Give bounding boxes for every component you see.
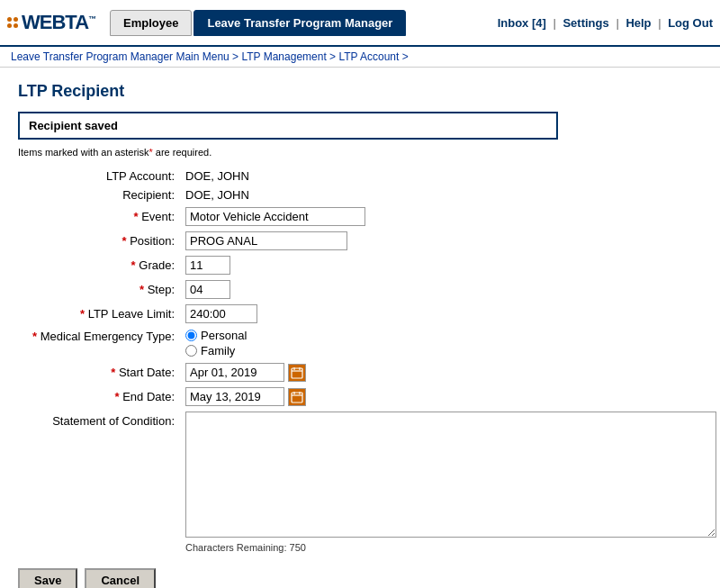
medical-personal-radio[interactable]	[185, 330, 197, 341]
start-date-row: * Start Date:	[27, 360, 720, 384]
medical-emergency-radio-group: Personal Family	[185, 329, 716, 357]
step-label: * Step:	[27, 277, 180, 302]
recipient-label: Recipient:	[27, 185, 180, 204]
end-date-input[interactable]	[185, 387, 284, 406]
success-message: Recipient saved	[18, 112, 558, 140]
statement-label: Statement of Condition:	[27, 409, 180, 556]
logout-link[interactable]: Log Out	[668, 16, 713, 30]
nav-tab-employee[interactable]: Employee	[110, 10, 192, 36]
grade-input[interactable]	[185, 256, 230, 275]
svg-rect-4	[292, 393, 302, 403]
position-input[interactable]	[185, 231, 347, 250]
event-field-cell	[180, 204, 720, 229]
step-row: * Step:	[27, 277, 720, 302]
ltp-account-row: LTP Account: DOE, JOHN	[27, 167, 720, 185]
button-row: Save Cancel	[18, 568, 702, 588]
step-field-cell	[180, 277, 720, 302]
header: WEBTA™ Employee Leave Transfer Program M…	[0, 0, 720, 47]
save-button[interactable]: Save	[18, 568, 77, 588]
statement-row: Statement of Condition: Characters Remai…	[27, 409, 720, 556]
logo-text: WEBTA™	[22, 11, 95, 34]
logo-dots-icon	[7, 17, 18, 28]
grade-field-cell	[180, 253, 720, 277]
event-label: * Event:	[27, 204, 180, 229]
statement-textarea[interactable]	[185, 412, 716, 538]
end-date-field-cell	[180, 384, 720, 409]
end-date-calendar-icon[interactable]	[288, 388, 306, 406]
start-date-calendar-icon[interactable]	[288, 364, 306, 382]
event-input[interactable]	[185, 207, 365, 226]
start-date-wrap	[185, 363, 716, 382]
medical-emergency-options: Personal Family	[180, 326, 720, 360]
breadcrumb: Leave Transfer Program Manager Main Menu…	[0, 47, 720, 68]
ltp-account-label: LTP Account:	[27, 167, 180, 185]
recipient-value: DOE, JOHN	[180, 185, 720, 204]
position-label: * Position:	[27, 229, 180, 253]
start-date-label: * Start Date:	[27, 360, 180, 384]
end-date-row: * End Date:	[27, 384, 720, 409]
event-row: * Event:	[27, 204, 720, 229]
medical-personal-label: Personal	[201, 329, 247, 342]
main-content: LTP Recipient Recipient saved Items mark…	[0, 68, 720, 588]
page-title: LTP Recipient	[18, 82, 702, 101]
help-link[interactable]: Help	[626, 16, 651, 30]
ltp-leave-limit-label: * LTP Leave Limit:	[27, 302, 180, 326]
ltp-leave-limit-input[interactable]	[185, 304, 257, 323]
medical-emergency-label: * Medical Emergency Type:	[27, 326, 180, 360]
medical-family-option[interactable]: Family	[185, 344, 716, 357]
ltp-leave-limit-row: * LTP Leave Limit:	[27, 302, 720, 326]
form-table: LTP Account: DOE, JOHN Recipient: DOE, J…	[27, 167, 720, 556]
cancel-button[interactable]: Cancel	[85, 568, 156, 588]
grade-row: * Grade:	[27, 253, 720, 277]
breadcrumb-text[interactable]: Leave Transfer Program Manager Main Menu…	[11, 50, 409, 63]
svg-rect-0	[292, 368, 302, 378]
start-date-input[interactable]	[185, 363, 284, 382]
recipient-row: Recipient: DOE, JOHN	[27, 185, 720, 204]
nav-tabs: Employee Leave Transfer Program Manager	[110, 4, 406, 41]
medical-family-radio[interactable]	[185, 345, 197, 357]
required-note: Items marked with an asterisk* are requi…	[18, 147, 702, 158]
start-date-field-cell	[180, 360, 720, 384]
logo: WEBTA™	[7, 11, 95, 34]
chars-remaining: Characters Remaining: 750	[185, 542, 716, 553]
grade-label: * Grade:	[27, 253, 180, 277]
nav-tab-ltp[interactable]: Leave Transfer Program Manager	[194, 10, 406, 36]
medical-emergency-row: * Medical Emergency Type: Personal Famil…	[27, 326, 720, 360]
settings-link[interactable]: Settings	[562, 16, 608, 30]
medical-personal-option[interactable]: Personal	[185, 329, 716, 342]
statement-field-cell: Characters Remaining: 750	[180, 409, 720, 556]
header-right: Inbox [4] | Settings | Help | Log Out	[498, 16, 713, 30]
ltp-leave-limit-field-cell	[180, 302, 720, 326]
end-date-wrap	[185, 387, 716, 406]
medical-family-label: Family	[201, 344, 235, 357]
inbox-link[interactable]: Inbox [4]	[498, 16, 546, 30]
position-field-cell	[180, 229, 720, 253]
step-input[interactable]	[185, 280, 230, 299]
ltp-account-value: DOE, JOHN	[180, 167, 720, 185]
position-row: * Position:	[27, 229, 720, 253]
end-date-label: * End Date:	[27, 384, 180, 409]
